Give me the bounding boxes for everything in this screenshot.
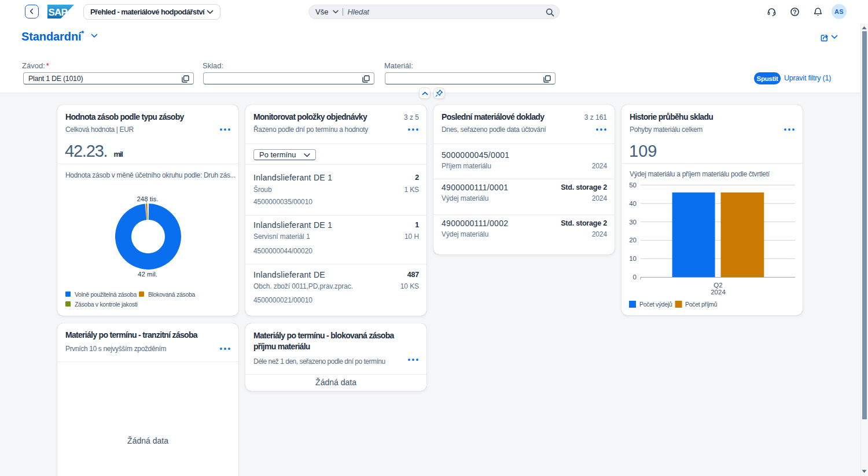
svg-text:10: 10: [629, 255, 637, 262]
svg-text:Q2: Q2: [713, 282, 722, 289]
svg-text:Počet příjmů: Počet příjmů: [685, 301, 718, 308]
svg-text:2024: 2024: [711, 289, 726, 296]
svg-text:42 mil.: 42 mil.: [138, 271, 157, 278]
svg-text:40: 40: [629, 200, 637, 207]
svg-text:248 tis.: 248 tis.: [137, 195, 158, 202]
svg-text:SAP: SAP: [49, 7, 68, 18]
svg-text:20: 20: [629, 237, 637, 243]
svg-text:30: 30: [629, 219, 637, 226]
svg-text:50: 50: [629, 182, 637, 189]
svg-text:0: 0: [633, 274, 637, 281]
svg-text:Počet výdejů: Počet výdejů: [639, 301, 672, 308]
